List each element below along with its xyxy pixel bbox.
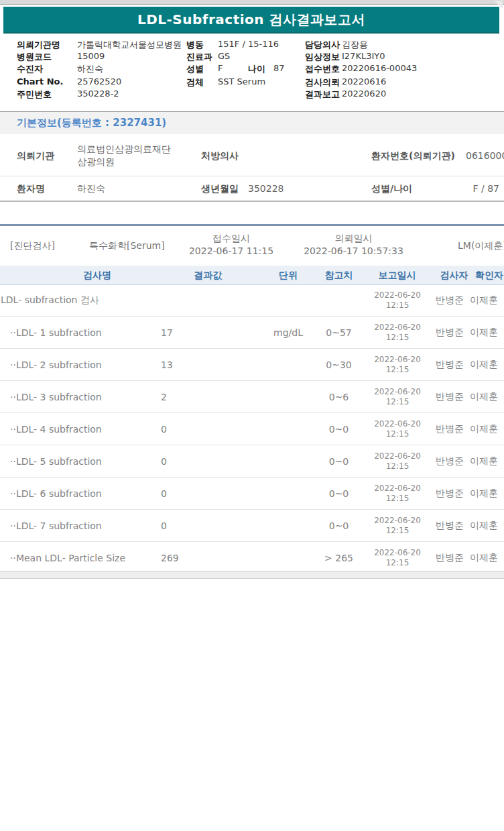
report-time: 12:15 bbox=[371, 365, 424, 375]
confirmer-name: 이제훈 bbox=[470, 294, 504, 307]
top-scrollbar-track[interactable] bbox=[0, 0, 504, 5]
table-row: ··LDL- 7 subfraction 0 0~0 2022-06-2012:… bbox=[0, 510, 504, 542]
col-header-reference: 참고치 bbox=[314, 266, 364, 284]
receipt-datetime-label: 접수일시 bbox=[178, 233, 285, 245]
analyst-name: 반병준 bbox=[436, 391, 464, 403]
field-value-clinical-info: I27KL3IY0 bbox=[342, 51, 385, 61]
report-datetime: 2022-06-2012:15 bbox=[371, 516, 424, 536]
field-value-examinee: 하진숙 bbox=[77, 63, 103, 75]
report-date: 2022-06-20 bbox=[371, 548, 424, 558]
result-value: 13 bbox=[161, 359, 173, 370]
label-prescribing-doctor: 처방의사 bbox=[201, 150, 239, 162]
reference-range: 0~0 bbox=[314, 456, 364, 467]
table-row: ··LDL- 4 subfraction 0 0~0 2022-06-2012:… bbox=[0, 413, 504, 445]
field-value-requesting-org: 가톨릭대학교서울성모병원 bbox=[77, 39, 182, 51]
test-name: ··LDL- 4 subfraction bbox=[10, 424, 102, 435]
result-value: 0 bbox=[161, 488, 167, 499]
analyst-name: 반병준 bbox=[436, 455, 464, 467]
bottom-scrollbar-track[interactable] bbox=[0, 571, 504, 579]
reference-range: 0~0 bbox=[314, 424, 364, 435]
field-label-resident-no: 주민번호 bbox=[17, 89, 52, 101]
field-value-hospital-code: 15009 bbox=[77, 51, 105, 61]
label-patient-name: 환자명 bbox=[17, 183, 45, 195]
reference-range: 0~0 bbox=[314, 520, 364, 531]
field-label-attending-doctor: 담당의사 bbox=[305, 39, 340, 51]
analyst-name: 반병준 bbox=[436, 552, 464, 564]
reference-range: 0~6 bbox=[314, 392, 364, 402]
report-time: 12:15 bbox=[371, 494, 424, 504]
report-date: 2022-06-20 bbox=[371, 387, 424, 397]
result-value: 2 bbox=[161, 392, 167, 402]
analyst-name: 반병준 bbox=[436, 294, 464, 307]
result-value: 0 bbox=[161, 424, 167, 435]
analyst-name: 반병준 bbox=[436, 327, 464, 339]
reference-range: 0~30 bbox=[314, 359, 364, 370]
table-row: ··LDL- 3 subfraction 2 0~6 2022-06-2012:… bbox=[0, 381, 504, 413]
table-row: ··LDL- 2 subfraction 13 0~30 2022-06-201… bbox=[0, 349, 504, 381]
test-name: ··LDL- 6 subfraction bbox=[10, 488, 102, 499]
analyst-name: 반병준 bbox=[436, 488, 464, 500]
field-value-specimen: SST Serum bbox=[218, 76, 265, 87]
report-time: 12:15 bbox=[371, 333, 424, 343]
report-datetime: 2022-06-2012:15 bbox=[371, 548, 424, 568]
basic-info-title: 기본정보(등록번호 : 2327431) bbox=[17, 112, 166, 134]
test-name: ··LDL- 7 subfraction bbox=[10, 520, 102, 531]
report-time: 12:15 bbox=[371, 397, 424, 407]
label-patient-no: 환자번호(의뢰기관) bbox=[371, 150, 455, 162]
test-name: ··LDL- 1 subfraction bbox=[10, 327, 102, 338]
diagnostic-category: [진단검사] bbox=[10, 240, 55, 252]
field-value-result-report-date: 20220620 bbox=[342, 89, 386, 99]
diagnostic-test-group: 특수화학[Serum] bbox=[89, 240, 165, 252]
results-table-body: LDL- subfraction 검사 2022-06-2012:15 반병준 … bbox=[0, 284, 504, 574]
result-unit: mg/dL bbox=[267, 327, 310, 338]
field-value-department: GS bbox=[218, 51, 230, 61]
label-sex-age: 성별/나이 bbox=[371, 183, 412, 195]
analyst-name: 반병준 bbox=[436, 520, 464, 532]
col-header-result-value: 결과값 bbox=[181, 266, 235, 284]
value-request-org: 의료법인삼광의료재단 삼광의원 bbox=[77, 143, 171, 168]
field-label-specimen: 검체 bbox=[186, 76, 204, 89]
reference-range: 0~0 bbox=[314, 488, 364, 499]
result-value: 17 bbox=[161, 327, 173, 338]
report-banner: LDL-Subfraction 검사결과보고서 bbox=[3, 7, 499, 34]
report-date: 2022-06-20 bbox=[371, 516, 424, 526]
report-date: 2022-06-20 bbox=[371, 451, 424, 461]
field-value-age: 87 bbox=[273, 63, 285, 73]
diagnostic-section-divider bbox=[0, 224, 504, 226]
col-header-test-name: 검사명 bbox=[64, 266, 131, 284]
confirmer-name: 이제훈 bbox=[470, 455, 504, 467]
request-org-line1: 의료법인삼광의료재단 bbox=[77, 143, 171, 156]
analyst-name: 반병준 bbox=[436, 359, 464, 371]
label-request-org: 의뢰기관 bbox=[17, 150, 54, 162]
field-value-ward: 151F / 15-116 bbox=[218, 39, 279, 49]
table-row: LDL- subfraction 검사 2022-06-2012:15 반병준 … bbox=[0, 284, 504, 317]
report-date: 2022-06-20 bbox=[371, 484, 424, 494]
table-row: ··Mean LDL- Particle Size 269 > 265 2022… bbox=[0, 542, 504, 574]
report-page: LDL-Subfraction 검사결과보고서 의뢰기관명 가톨릭대학교서울성모… bbox=[0, 0, 504, 831]
label-birth-date: 생년월일 bbox=[201, 183, 239, 195]
results-table-header: 검사명 결과값 단위 참고치 보고일시 검사자 확인자 bbox=[0, 266, 504, 285]
field-label-receipt-no: 접수번호 bbox=[305, 63, 340, 75]
basic-info-bottom-border bbox=[0, 201, 504, 202]
test-name: LDL- subfraction 검사 bbox=[1, 294, 99, 307]
request-org-line2: 삼광의원 bbox=[77, 156, 171, 168]
field-label-clinical-info: 임상정보 bbox=[305, 51, 340, 63]
result-value: 0 bbox=[161, 456, 167, 467]
test-name: ··LDL- 3 subfraction bbox=[10, 392, 102, 402]
report-datetime: 2022-06-2012:15 bbox=[371, 355, 424, 375]
confirmer-name: 이제훈 bbox=[470, 327, 504, 339]
confirmer-name: 이제훈 bbox=[470, 391, 504, 403]
basic-info-section-header: 기본정보(등록번호 : 2327431) bbox=[0, 111, 504, 134]
basic-info-row-divider bbox=[0, 176, 504, 176]
report-time: 12:15 bbox=[371, 461, 424, 472]
field-label-requesting-org: 의뢰기관명 bbox=[17, 39, 60, 51]
report-date: 2022-06-20 bbox=[371, 419, 424, 429]
confirmer-name: 이제훈 bbox=[470, 520, 504, 532]
analyst-name: 반병준 bbox=[436, 423, 464, 435]
report-datetime: 2022-06-2012:15 bbox=[371, 419, 424, 439]
col-header-confirmer: 확인자 bbox=[469, 266, 504, 284]
request-datetime-label: 의뢰일시 bbox=[292, 233, 416, 245]
reference-range: 0~57 bbox=[314, 327, 364, 338]
field-label-department: 진료과 bbox=[186, 51, 212, 63]
value-patient-no: 0616000 bbox=[466, 150, 504, 161]
